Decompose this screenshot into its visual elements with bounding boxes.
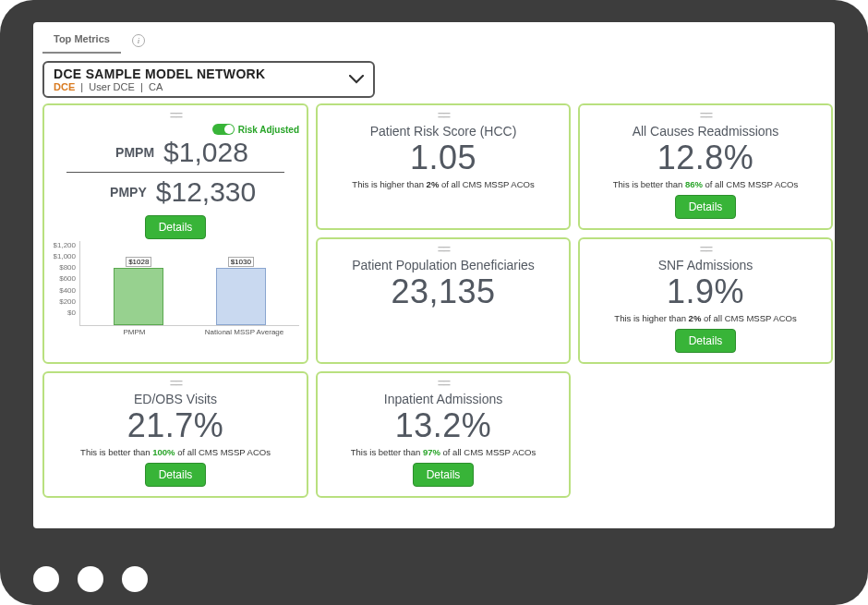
drag-handle-icon[interactable]: == (700, 109, 711, 122)
details-button[interactable]: Details (145, 215, 207, 239)
details-button[interactable]: Details (675, 329, 737, 353)
chevron-down-icon (349, 71, 364, 88)
pmpm-row: PMPM $1,028 (52, 135, 299, 170)
card-value: 23,135 (391, 272, 495, 311)
card-title: Inpatient Admissions (384, 392, 502, 406)
card-title: Patient Population Beneficiaries (352, 258, 535, 272)
chart-plot: $1028$1030 (79, 241, 299, 326)
card-title: Patient Risk Score (HCC) (370, 124, 517, 139)
x-axis-label: National MSSP Average (189, 328, 299, 336)
network-selector[interactable]: DCE SAMPLE MODEL NETWORK DCE | User DCE … (42, 61, 375, 98)
card-title: ED/OBS Visits (134, 392, 217, 406)
drag-handle-icon[interactable]: == (438, 377, 449, 390)
network-selector-text: DCE SAMPLE MODEL NETWORK DCE | User DCE … (54, 67, 265, 92)
risk-adjusted-toggle[interactable]: Risk Adjusted (212, 124, 299, 135)
card-snf: == SNF Admissions 1.9% This is higher th… (578, 237, 833, 364)
pmpy-row: PMPY $12,330 (52, 175, 299, 210)
details-button[interactable]: Details (145, 463, 207, 487)
card-note: This is better than 97% of all CMS MSSP … (351, 447, 536, 457)
drag-handle-icon[interactable]: == (438, 109, 449, 122)
drag-handle-icon[interactable]: == (170, 109, 181, 122)
card-title: All Causes Readmissions (633, 124, 779, 139)
card-inpatient: == Inpatient Admissions 13.2% This is be… (316, 371, 571, 498)
card-note: This is higher than 2% of all CMS MSSP A… (352, 179, 534, 189)
chart-x-axis: PMPMNational MSSP Average (52, 328, 299, 336)
x-axis-label: PMPM (79, 328, 189, 336)
drag-handle-icon[interactable]: == (700, 243, 711, 256)
pmpm-chart: $0$200$400$600$800$1,000$1,200 $1028$103… (52, 241, 299, 336)
device-home-dots (33, 566, 148, 592)
bar-value-label: $1030 (228, 257, 254, 267)
network-tag: DCE (54, 81, 75, 92)
toggle-icon (212, 124, 235, 135)
app-screen: Top Metrics i DCE SAMPLE MODEL NETWORK D… (33, 22, 835, 528)
drag-handle-icon[interactable]: == (170, 377, 181, 390)
card-note: This is better than 86% of all CMS MSSP … (613, 179, 798, 189)
risk-adjusted-label: Risk Adjusted (238, 125, 299, 135)
tab-top-metrics[interactable]: Top Metrics (42, 28, 121, 54)
pmpy-value: $12,330 (156, 176, 256, 208)
network-user: User DCE (89, 81, 135, 92)
card-value: 13.2% (395, 406, 492, 445)
chart-y-axis: $0$200$400$600$800$1,000$1,200 (52, 241, 79, 326)
tab-bar: Top Metrics i (33, 22, 835, 54)
drag-handle-icon[interactable]: == (438, 243, 449, 256)
card-value: 1.05 (410, 139, 476, 177)
pmpy-label: PMPY (95, 185, 147, 200)
card-note: This is better than 100% of all CMS MSSP… (80, 447, 271, 457)
pmpm-label: PMPM (102, 145, 154, 160)
metrics-grid: == Risk Adjusted PMPM $1,028 PMPY $12,33… (33, 103, 835, 507)
card-note: This is higher than 2% of all CMS MSSP A… (614, 313, 796, 323)
card-value: 12.8% (657, 139, 754, 177)
card-pmpm: == Risk Adjusted PMPM $1,028 PMPY $12,33… (42, 103, 308, 364)
pmpm-value: $1,028 (163, 137, 248, 168)
card-readmissions: == All Causes Readmissions 12.8% This is… (578, 103, 833, 230)
network-title: DCE SAMPLE MODEL NETWORK (54, 67, 265, 81)
info-icon[interactable]: i (132, 34, 145, 47)
network-region: CA (149, 81, 163, 92)
card-risk-score: == Patient Risk Score (HCC) 1.05 This is… (316, 103, 571, 230)
details-button[interactable]: Details (675, 195, 737, 219)
tablet-frame: Top Metrics i DCE SAMPLE MODEL NETWORK D… (0, 0, 868, 605)
chart-bar (114, 268, 163, 325)
card-value: 1.9% (667, 272, 744, 311)
divider (66, 172, 284, 173)
card-value: 21.7% (127, 406, 224, 445)
details-button[interactable]: Details (413, 463, 475, 487)
bar-value-label: $1028 (126, 257, 151, 267)
card-title: SNF Admissions (658, 258, 753, 272)
network-subtitle: DCE | User DCE | CA (54, 81, 265, 92)
chart-bar (216, 268, 266, 325)
card-edobs: == ED/OBS Visits 21.7% This is better th… (42, 371, 308, 498)
card-population: == Patient Population Beneficiaries 23,1… (316, 237, 571, 364)
